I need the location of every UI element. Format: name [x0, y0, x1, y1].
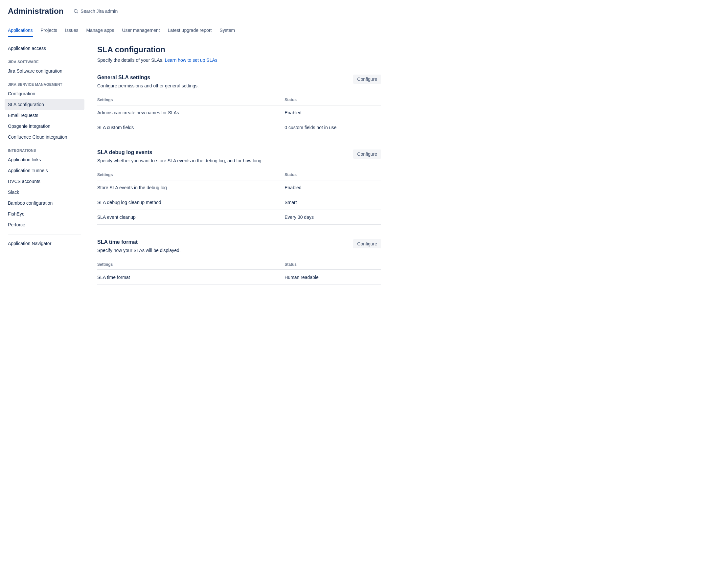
sidebar-item-application-links[interactable]: Application links: [5, 154, 85, 165]
table-row: Admins can create new names for SLAsEnab…: [97, 105, 381, 120]
section-header: General SLA settingsConfigure permission…: [97, 75, 381, 95]
table-row: SLA event cleanupEvery 30 days: [97, 210, 381, 225]
col-settings: Settings: [97, 170, 284, 180]
admin-title: Administration: [8, 7, 64, 16]
search-placeholder-text: Search Jira admin: [81, 9, 118, 14]
section: General SLA settingsConfigure permission…: [97, 75, 381, 135]
section-header: SLA time formatSpecify how your SLAs wil…: [97, 239, 381, 259]
section-description: Configure permissions and other general …: [97, 83, 199, 88]
tab-projects[interactable]: Projects: [41, 25, 57, 37]
page-title: SLA configuration: [97, 45, 381, 54]
setting-status: Smart: [284, 195, 381, 210]
sidebar: Application access JIRA SOFTWAREJira Sof…: [0, 37, 88, 320]
section-title: SLA debug log events: [97, 149, 263, 155]
sidebar-item-bamboo-configuration[interactable]: Bamboo configuration: [5, 198, 85, 208]
table-row: SLA time formatHuman readable: [97, 270, 381, 285]
setting-name: SLA event cleanup: [97, 210, 284, 225]
sidebar-item-opsgenie-integration[interactable]: Opsgenie integration: [5, 121, 85, 131]
tab-applications[interactable]: Applications: [8, 25, 33, 37]
table-row: SLA custom fields0 custom fields not in …: [97, 120, 381, 135]
section-header: SLA debug log eventsSpecify whether you …: [97, 149, 381, 170]
sidebar-item-email-requests[interactable]: Email requests: [5, 110, 85, 121]
sidebar-item-dvcs-accounts[interactable]: DVCS accounts: [5, 176, 85, 187]
setting-name: SLA debug log cleanup method: [97, 195, 284, 210]
tab-system[interactable]: System: [220, 25, 235, 37]
tab-latest-upgrade-report[interactable]: Latest upgrade report: [168, 25, 212, 37]
col-settings: Settings: [97, 259, 284, 270]
settings-table: SettingsStatusSLA time formatHuman reada…: [97, 259, 381, 285]
sidebar-item-application-access[interactable]: Application access: [5, 43, 85, 53]
svg-line-1: [77, 12, 78, 13]
svg-point-0: [74, 9, 77, 12]
admin-tabs: ApplicationsProjectsIssuesManage appsUse…: [0, 25, 728, 37]
col-settings: Settings: [97, 95, 284, 105]
section-title: SLA time format: [97, 239, 181, 245]
section: SLA time formatSpecify how your SLAs wil…: [97, 239, 381, 285]
search-icon: [73, 9, 79, 14]
sidebar-item-application-tunnels[interactable]: Application Tunnels: [5, 165, 85, 176]
sidebar-item-configuration[interactable]: Configuration: [5, 88, 85, 99]
tab-issues[interactable]: Issues: [65, 25, 78, 37]
col-status: Status: [284, 95, 381, 105]
section: SLA debug log eventsSpecify whether you …: [97, 149, 381, 225]
configure-button[interactable]: Configure: [353, 75, 381, 84]
table-row: Store SLA events in the debug logEnabled: [97, 180, 381, 195]
sidebar-item-application-navigator[interactable]: Application Navigator: [5, 238, 85, 249]
admin-header: Administration Search Jira admin: [0, 0, 728, 19]
setting-name: Store SLA events in the debug log: [97, 180, 284, 195]
section-title: General SLA settings: [97, 75, 199, 81]
setting-status: Enabled: [284, 105, 381, 120]
sidebar-item-perforce[interactable]: Perforce: [5, 219, 85, 230]
page-description-link[interactable]: Learn how to set up SLAs: [164, 58, 217, 63]
setting-status: Human readable: [284, 270, 381, 285]
sidebar-item-slack[interactable]: Slack: [5, 187, 85, 198]
sidebar-divider: [8, 235, 81, 235]
sidebar-item-fisheye[interactable]: FishEye: [5, 209, 85, 219]
section-description: Specify whether you want to store SLA ev…: [97, 158, 263, 163]
tab-user-management[interactable]: User management: [122, 25, 160, 37]
section-description: Specify how your SLAs will be displayed.: [97, 248, 181, 253]
sidebar-heading: JIRA SOFTWARE: [5, 54, 85, 66]
main-content: SLA configuration Specify the details of…: [88, 37, 390, 320]
setting-name: SLA time format: [97, 270, 284, 285]
page-description-text: Specify the details of your SLAs.: [97, 58, 164, 63]
sidebar-item-sla-configuration[interactable]: SLA configuration: [5, 99, 85, 110]
search-admin[interactable]: Search Jira admin: [73, 9, 118, 14]
col-status: Status: [284, 170, 381, 180]
settings-table: SettingsStatusAdmins can create new name…: [97, 95, 381, 135]
setting-status: Every 30 days: [284, 210, 381, 225]
configure-button[interactable]: Configure: [353, 239, 381, 248]
page-description: Specify the details of your SLAs. Learn …: [97, 58, 381, 63]
tab-manage-apps[interactable]: Manage apps: [86, 25, 114, 37]
setting-name: Admins can create new names for SLAs: [97, 105, 284, 120]
setting-name: SLA custom fields: [97, 120, 284, 135]
sidebar-item-confluence-cloud-integration[interactable]: Confluence Cloud integration: [5, 132, 85, 142]
sidebar-heading: INTEGRATIONS: [5, 143, 85, 154]
table-row: SLA debug log cleanup methodSmart: [97, 195, 381, 210]
sidebar-heading: JIRA SERVICE MANAGEMENT: [5, 77, 85, 88]
sidebar-item-jira-software-configuration[interactable]: Jira Software configuration: [5, 66, 85, 76]
configure-button[interactable]: Configure: [353, 149, 381, 159]
settings-table: SettingsStatusStore SLA events in the de…: [97, 170, 381, 225]
setting-status: 0 custom fields not in use: [284, 120, 381, 135]
setting-status: Enabled: [284, 180, 381, 195]
col-status: Status: [284, 259, 381, 270]
body-layout: Application access JIRA SOFTWAREJira Sof…: [0, 37, 728, 320]
